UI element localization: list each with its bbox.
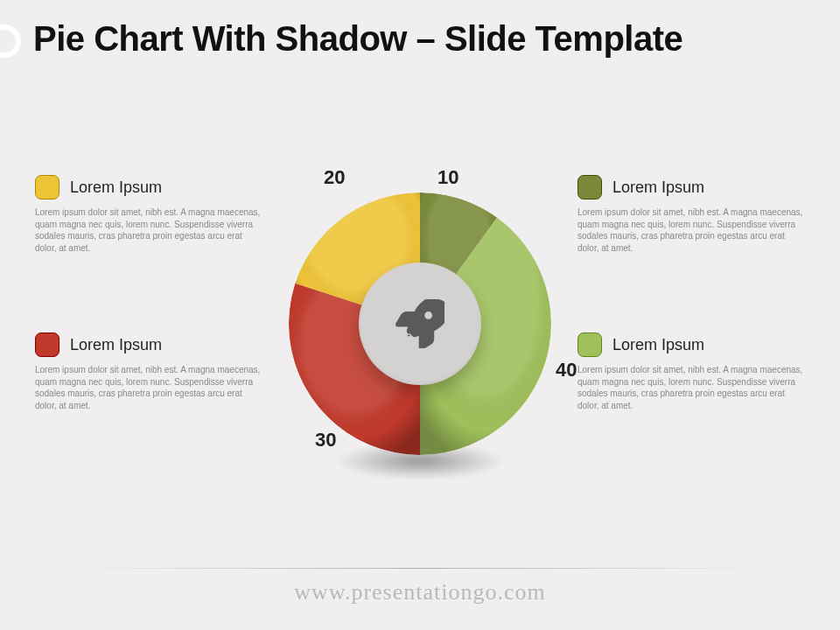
legend-item-olive: Lorem Ipsum Lorem ipsum dolor sit amet, … [578, 175, 805, 254]
swatch-icon [35, 175, 60, 200]
legend-title: Lorem Ipsum [612, 336, 704, 354]
legend-title: Lorem Ipsum [70, 178, 162, 197]
pie-chart: 10 20 30 40 [289, 192, 551, 455]
pie-center [359, 262, 481, 385]
data-label-10: 10 [438, 166, 458, 189]
swatch-icon [35, 332, 60, 357]
legend-body: Lorem ipsum dolor sit amet, nibh est. A … [35, 206, 262, 254]
footer-url: www.presentationgo.com [0, 579, 840, 606]
slide-header: Pie Chart With Shadow – Slide Template [0, 19, 840, 58]
data-label-30: 30 [315, 429, 336, 452]
legend-item-green: Lorem Ipsum Lorem ipsum dolor sit amet, … [578, 332, 805, 411]
legend-item-red: Lorem Ipsum Lorem ipsum dolor sit amet, … [35, 332, 262, 411]
data-label-40: 40 [556, 359, 577, 382]
legend-title: Lorem Ipsum [70, 336, 162, 354]
decor-ring-icon [0, 24, 21, 58]
rocket-icon [396, 299, 444, 348]
legend-body: Lorem ipsum dolor sit amet, nibh est. A … [35, 364, 262, 411]
swatch-icon [578, 175, 602, 200]
legend-item-yellow: Lorem Ipsum Lorem ipsum dolor sit amet, … [35, 175, 262, 254]
slide-title: Pie Chart With Shadow – Slide Template [33, 19, 682, 58]
legend-body: Lorem ipsum dolor sit amet, nibh est. A … [578, 364, 805, 411]
swatch-icon [578, 332, 602, 357]
data-label-20: 20 [324, 166, 345, 189]
footer-divider [70, 568, 770, 569]
legend-title: Lorem Ipsum [612, 178, 704, 197]
legend-body: Lorem ipsum dolor sit amet, nibh est. A … [578, 206, 805, 254]
